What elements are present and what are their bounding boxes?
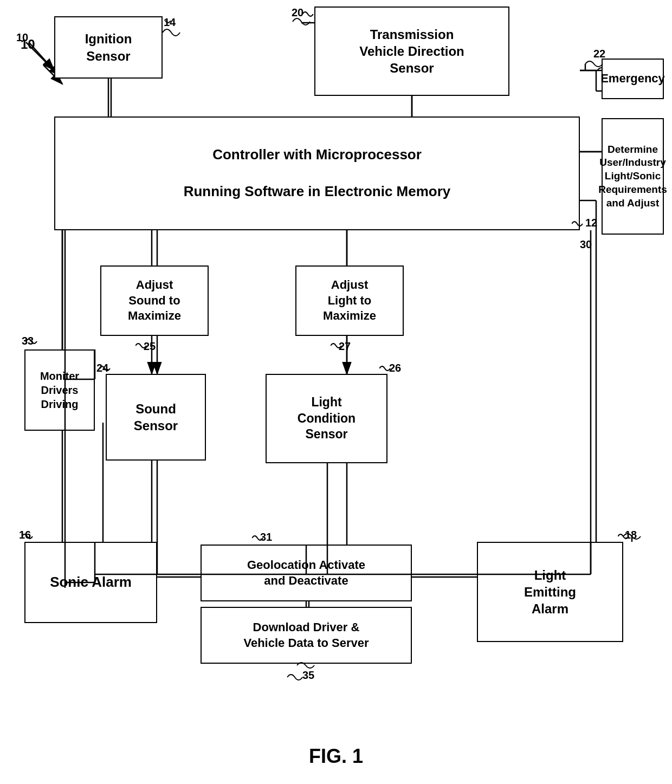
- ref-26-line: [379, 364, 396, 380]
- ignition-sensor-label: Ignition Sensor: [85, 30, 132, 64]
- ignition-sensor-box: Ignition Sensor: [54, 16, 163, 79]
- light-emitting-box: Light Emitting Alarm: [477, 542, 623, 642]
- ref-33-line: [26, 337, 42, 353]
- determine-box: Determine User/Industry Light/Sonic Requ…: [602, 118, 664, 235]
- transmission-sensor-box: Transmission Vehicle Direction Sensor: [314, 7, 509, 96]
- download-label: Download Driver & Vehicle Data to Server: [243, 620, 369, 651]
- adjust-sound-box: Adjust Sound to Maximize: [100, 265, 209, 336]
- ref-30: 30: [580, 238, 592, 251]
- sonic-alarm-label: Sonic Alarm: [50, 573, 132, 592]
- adjust-light-label: Adjust Light to Maximize: [323, 277, 376, 324]
- download-box: Download Driver & Vehicle Data to Server: [201, 607, 412, 664]
- sound-sensor-label: Sound Sensor: [134, 400, 178, 434]
- ref-16-line: [22, 532, 38, 548]
- monitor-label: Moniter Drivers Driving: [40, 369, 79, 411]
- sound-sensor-box: Sound Sensor: [106, 374, 206, 461]
- ref-20-line: [302, 10, 319, 26]
- ref-35-line: [287, 671, 309, 684]
- light-emitting-label: Light Emitting Alarm: [524, 567, 576, 618]
- ref-10: 10: [21, 37, 35, 52]
- ref-12-line: [572, 219, 588, 236]
- diagram: 10 10 Ignition Sensor 14 Transmission Ve…: [0, 0, 672, 784]
- light-condition-label: Light Condition Sensor: [298, 394, 356, 443]
- ref-25-line: [135, 341, 152, 358]
- ref-27-line: [331, 341, 347, 358]
- geolocation-label: Geolocation Activate and Deactivate: [247, 558, 365, 588]
- geolocation-box: Geolocation Activate and Deactivate: [201, 545, 412, 601]
- ref-18-line: [618, 532, 634, 548]
- adjust-sound-label: Adjust Sound to Maximize: [128, 277, 181, 324]
- ref-22: 22: [593, 48, 605, 60]
- determine-label: Determine User/Industry Light/Sonic Requ…: [598, 143, 667, 210]
- ref-31-line: [252, 534, 268, 550]
- ref-14-line: [160, 21, 176, 37]
- monitor-drivers-box: Moniter Drivers Driving: [24, 349, 95, 431]
- emergency-label: Emergency: [600, 71, 665, 87]
- ref-24-line: [99, 364, 115, 380]
- light-condition-box: Light Condition Sensor: [266, 374, 387, 463]
- controller-label: Controller with Microprocessor Running S…: [184, 146, 451, 200]
- transmission-sensor-label: Transmission Vehicle Direction Sensor: [359, 26, 464, 77]
- fig-title: FIG. 1: [0, 745, 672, 768]
- adjust-light-box: Adjust Light to Maximize: [295, 265, 404, 336]
- controller-box: Controller with Microprocessor Running S…: [54, 116, 580, 230]
- sonic-alarm-box: Sonic Alarm: [24, 542, 157, 623]
- ref-20: 20: [292, 7, 303, 19]
- emergency-box: Emergency: [602, 59, 664, 99]
